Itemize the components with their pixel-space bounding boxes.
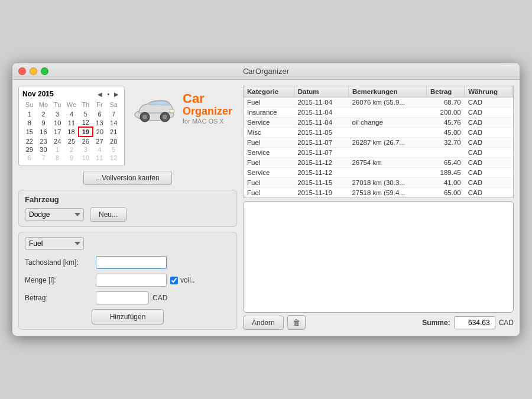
cal-day-header: Th — [79, 100, 93, 109]
calendar-day[interactable]: 17 — [50, 127, 64, 137]
delete-button[interactable]: 🗑 — [287, 315, 306, 330]
car-logo-icon — [131, 92, 178, 125]
calendar-day[interactable]: 11 — [93, 154, 107, 162]
vehicle-select[interactable]: Dodge — [25, 208, 84, 221]
close-button[interactable] — [18, 67, 26, 75]
svg-point-2 — [142, 115, 147, 119]
window-controls — [18, 67, 48, 75]
right-panel: KategorieDatumBemerkungenBetragWährung F… — [243, 86, 514, 330]
table-cell: 68.70 — [426, 98, 464, 108]
betrag-label: Betrag: — [25, 294, 96, 302]
table-row[interactable]: Fuel2015-11-1927518 km (59.4...65.00CAD — [244, 188, 513, 198]
calendar-day[interactable]: 18 — [64, 127, 79, 137]
table-cell: 41.00 — [426, 178, 464, 188]
calendar-day[interactable]: 6 — [22, 154, 37, 162]
calendar-day[interactable]: 5 — [106, 145, 121, 154]
table-cell: 2015-11-05 — [294, 128, 348, 138]
calendar-day[interactable]: 7 — [106, 110, 121, 118]
table-cell: 26287 km (26.7... — [348, 138, 426, 148]
calendar-day[interactable]: 21 — [106, 127, 121, 137]
calendar-day[interactable]: 29 — [22, 145, 37, 154]
table-cell: Service — [244, 148, 294, 158]
betrag-input[interactable] — [96, 291, 149, 304]
table-column-header: Betrag — [426, 86, 464, 98]
calendar-day[interactable]: 9 — [37, 118, 51, 127]
calendar-day[interactable]: 25 — [64, 137, 79, 145]
calendar-day[interactable]: 11 — [64, 118, 79, 127]
tachostand-input[interactable] — [96, 256, 167, 269]
cal-dot-btn[interactable]: • — [105, 90, 111, 98]
menge-input[interactable] — [96, 274, 167, 287]
calendar-day[interactable]: 8 — [22, 118, 37, 127]
vollversion-button[interactable]: ...Vollversion kaufen — [83, 171, 171, 185]
svg-point-5 — [170, 109, 174, 113]
minimize-button[interactable] — [30, 67, 37, 75]
cal-day-header: Mo — [37, 100, 51, 109]
table-row[interactable]: Fuel2015-11-0426076 km (55.9...68.70CAD — [244, 98, 513, 108]
table-row[interactable]: Insurance2015-11-04200.00CAD — [244, 108, 513, 118]
table-row[interactable]: Service2015-11-04oil change45.76CAD — [244, 118, 513, 128]
calendar-day[interactable]: 22 — [22, 137, 37, 145]
calendar-day[interactable]: 23 — [37, 137, 51, 145]
calendar-day[interactable]: 3 — [79, 145, 93, 154]
calendar-day[interactable]: 4 — [64, 110, 79, 118]
left-panel: Nov 2015 ◀ • ▶ SuMoTuWeThFrSa 1234567891… — [18, 86, 237, 330]
calendar-day[interactable]: 4 — [93, 145, 107, 154]
cal-prev-btn[interactable]: ◀ — [96, 90, 104, 98]
calendar-day[interactable]: 12 — [79, 118, 93, 127]
hinzufuegen-button[interactable]: Hinzufügen — [92, 309, 164, 325]
calendar-day[interactable]: 15 — [22, 127, 37, 137]
table-cell: 2015-11-12 — [294, 158, 348, 168]
calendar-day[interactable]: 26 — [79, 137, 93, 145]
calendar-day[interactable]: 30 — [37, 145, 51, 154]
table-cell — [426, 148, 464, 158]
calendar-header: Nov 2015 ◀ • ▶ — [22, 90, 121, 98]
calendar-day[interactable]: 5 — [79, 110, 93, 118]
calendar-day[interactable]: 28 — [106, 137, 121, 145]
calendar-day[interactable]: 24 — [50, 137, 64, 145]
table-row[interactable]: Service2015-11-07CAD — [244, 148, 513, 158]
logo-organizer: Organizer — [183, 106, 232, 118]
table-row[interactable]: Fuel2015-11-1226754 km65.40CAD — [244, 158, 513, 168]
calendar-day[interactable]: 13 — [93, 118, 107, 127]
voll-checkbox[interactable] — [170, 277, 178, 284]
calendar-day[interactable]: 20 — [93, 127, 107, 137]
calendar-day[interactable]: 2 — [37, 110, 51, 118]
calendar-day[interactable]: 16 — [37, 127, 51, 137]
kategorie-select[interactable]: Fuel Insurance Service Misc — [25, 237, 84, 250]
summe-value: 634.63 — [454, 316, 495, 329]
table-row[interactable]: Misc2015-11-0545.00CAD — [244, 128, 513, 138]
neu-button[interactable]: Neu... — [90, 207, 126, 222]
calendar-day[interactable]: 12 — [106, 154, 121, 162]
maximize-button[interactable] — [41, 67, 48, 75]
bottom-actions: Ändern 🗑 Summe: 634.63 CAD — [243, 315, 514, 330]
table-cell: CAD — [465, 138, 513, 148]
table-column-header: Kategorie — [244, 86, 294, 98]
calendar-day[interactable]: 10 — [79, 154, 93, 162]
calendar-day[interactable]: 3 — [50, 110, 64, 118]
calendar-day[interactable]: 1 — [50, 145, 64, 154]
cal-next-btn[interactable]: ▶ — [112, 90, 121, 98]
calendar-day[interactable]: 27 — [93, 137, 107, 145]
calendar-day[interactable]: 10 — [50, 118, 64, 127]
table-row[interactable]: Fuel2015-11-1527018 km (30.3...41.00CAD — [244, 178, 513, 188]
calendar-day[interactable]: 14 — [106, 118, 121, 127]
calendar-day[interactable]: 7 — [37, 154, 51, 162]
table-column-header: Währung — [465, 86, 513, 98]
aendern-button[interactable]: Ändern — [243, 316, 284, 330]
calendar-day[interactable]: 1 — [22, 110, 37, 118]
table-row[interactable]: Service2015-11-12189.45CAD — [244, 168, 513, 178]
calendar-day[interactable]: 6 — [93, 110, 107, 118]
table-cell: CAD — [465, 128, 513, 138]
data-table-wrapper[interactable]: KategorieDatumBemerkungenBetragWährung F… — [243, 86, 514, 197]
calendar-day[interactable]: 8 — [50, 154, 64, 162]
cal-day-header: Tu — [50, 100, 64, 109]
table-row[interactable]: Fuel2015-11-0726287 km (26.7...32.70CAD — [244, 138, 513, 148]
table-cell: 2015-11-15 — [294, 178, 348, 188]
calendar-nav[interactable]: ◀ • ▶ — [96, 90, 121, 98]
calendar-day[interactable]: 9 — [64, 154, 79, 162]
calendar-day[interactable]: 19 — [79, 127, 93, 137]
table-cell: CAD — [465, 118, 513, 128]
calendar-day[interactable]: 2 — [64, 145, 79, 154]
table-cell: 45.00 — [426, 128, 464, 138]
